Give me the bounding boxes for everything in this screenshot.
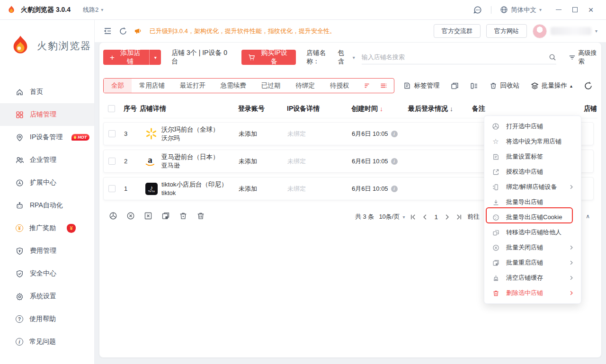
maximize-button[interactable] [568, 3, 581, 17]
collapse-caret-icon[interactable]: ∧ [586, 213, 590, 220]
col-last-login[interactable]: 最后登录情况↓ [408, 99, 453, 118]
list-settings-icon[interactable] [378, 82, 394, 89]
created-time: 6月6日 10:05i [352, 150, 398, 172]
menu-item-batch-export[interactable]: 批量导出店铺 [484, 195, 581, 210]
tab-all[interactable]: 全部 [104, 79, 132, 93]
menu-item-open-selected[interactable]: 打开选中店铺 [484, 119, 581, 134]
info-icon[interactable]: i [391, 158, 398, 165]
menu-item-bind-unbind-device[interactable]: 绑定/解绑店铺设备 [484, 179, 581, 195]
last-page-button[interactable] [455, 213, 463, 221]
language-label: 简体中文 [511, 6, 536, 14]
menu-item-authorize-selected[interactable]: 授权选中店铺 [484, 164, 581, 179]
chevron-right-icon [568, 259, 575, 266]
minimize-button[interactable] [552, 3, 565, 17]
sidebar-item-ip-devices[interactable]: IP设备管理 HOT [0, 126, 94, 149]
download-icon [492, 198, 499, 206]
sidebar-item-enterprise[interactable]: 企业管理 [0, 149, 94, 171]
row-no: 2 [124, 150, 127, 172]
sidebar-item-promotion[interactable]: ¥ 推广奖励 ¥ [0, 217, 94, 240]
add-store-dropdown-button[interactable]: ▾ [149, 50, 161, 65]
add-store-button[interactable]: + 添加店铺 [103, 50, 149, 65]
sidebar-item-extensions[interactable]: 扩展中心 [0, 171, 94, 194]
tab-unauthorized[interactable]: 待授权 [322, 79, 357, 93]
menu-item-batch-close[interactable]: 批量关闭店铺 [484, 240, 581, 255]
sidebar-item-help[interactable]: ? 使用帮助 [0, 308, 94, 330]
close-button[interactable]: × [584, 3, 597, 17]
avatar [533, 24, 547, 38]
sidebar-item-settings[interactable]: 系统设置 [0, 285, 94, 308]
close-stores-icon[interactable] [125, 211, 136, 221]
match-mode-select[interactable]: 包含 ▾ [338, 49, 355, 66]
account-menu[interactable]: ▾ [533, 24, 597, 38]
search-icon[interactable] [549, 53, 556, 61]
flame-icon [73, 135, 77, 140]
row-checkbox[interactable] [108, 185, 116, 192]
page-size-value: 10条/页 [379, 213, 400, 221]
recycle-bin-button[interactable]: 回收站 [490, 81, 519, 90]
menu-item-transfer-stores[interactable]: 转移选中店铺给他人 [484, 225, 581, 240]
tab-frequent[interactable]: 常用店铺 [132, 79, 172, 93]
menu-item-set-frequent[interactable]: ☆ 将选中设为常用店铺 [484, 134, 581, 149]
row-no: 3 [124, 123, 127, 145]
select-all-checkbox[interactable] [108, 105, 115, 112]
sidebar-item-store-management[interactable]: 店铺管理 [0, 103, 94, 126]
recycle-icon[interactable] [178, 211, 188, 221]
menu-item-batch-restart[interactable]: 批量重启店铺 [484, 255, 581, 270]
advanced-search-button[interactable]: 高级搜索 [569, 49, 601, 66]
sidebar-item-label: 费用管理 [30, 247, 56, 255]
list-view-button[interactable] [470, 82, 478, 90]
info-icon[interactable]: i [391, 186, 398, 192]
official-community-button[interactable]: 官方交流群 [434, 24, 481, 38]
open-stores-icon[interactable] [108, 211, 118, 221]
tag-manage-button[interactable]: 标签管理 [403, 81, 439, 90]
sidebar-item-security[interactable]: 安全中心 [0, 262, 94, 285]
row-checkbox[interactable] [108, 130, 116, 137]
sidebar-item-label: 安全中心 [30, 269, 56, 278]
list-columns-icon [470, 82, 478, 90]
sidebar-item-label: 推广奖励 [29, 224, 56, 232]
collapse-sidebar-icon[interactable] [103, 27, 112, 36]
batch-operations-button[interactable]: 批量操作 ▴ [531, 81, 572, 90]
sidebar-item-faq[interactable]: i 常见问题 [0, 330, 94, 353]
store-search-input[interactable] [362, 53, 549, 61]
tab-unbound[interactable]: 待绑定 [288, 79, 323, 93]
tab-expired[interactable]: 已过期 [254, 79, 288, 93]
page-size-select[interactable]: 10条/页 ▾ [379, 213, 405, 221]
sidebar-item-rpa[interactable]: RPA自动化 [0, 194, 94, 217]
tab-renewal-needed[interactable]: 急需续费 [213, 79, 254, 93]
trash-icon[interactable] [196, 211, 206, 221]
buy-ip-button[interactable]: 购买IP设备 [241, 50, 296, 65]
line-label: 线路2 [83, 6, 98, 14]
next-page-button[interactable] [444, 213, 451, 221]
current-page[interactable]: 1 [433, 213, 439, 221]
window-view-button[interactable] [451, 82, 459, 90]
login-account: 未添加 [239, 178, 257, 200]
menu-item-delete-selected[interactable]: 删除选中店铺 [484, 285, 581, 301]
store-stats: 店铺 3个 | IP设备 0台 [171, 49, 231, 66]
people-icon [16, 156, 24, 164]
col-created[interactable]: 创建时间↓ [351, 99, 383, 118]
app-title: 火豹浏览器 3.0.4 [21, 6, 71, 14]
tab-recent[interactable]: 最近打开 [172, 79, 213, 93]
info-icon[interactable]: i [391, 131, 398, 137]
line-selector[interactable]: 线路2 ▾ [83, 6, 103, 14]
row-checkbox[interactable] [108, 158, 116, 165]
language-selector[interactable]: 简体中文 ▾ [500, 6, 542, 14]
refresh-icon[interactable] [119, 27, 127, 36]
prev-page-button[interactable] [421, 213, 428, 221]
refresh-list-button[interactable] [584, 81, 593, 90]
sidebar-item-home[interactable]: 首页 [0, 80, 94, 103]
sort-lines-icon[interactable] [357, 82, 378, 89]
menu-item-clear-cache[interactable]: 清空店铺缓存 [484, 270, 581, 285]
gear-icon [16, 293, 24, 301]
menu-item-batch-set-tags[interactable]: 批量设置标签 [484, 149, 581, 164]
restart-stores-icon[interactable] [160, 211, 171, 221]
first-page-button[interactable] [410, 213, 417, 221]
support-chat-icon[interactable] [473, 5, 482, 15]
trash-icon [492, 289, 499, 297]
cookie-icon [492, 213, 499, 221]
close-all-icon[interactable] [143, 211, 153, 221]
official-website-button[interactable]: 官方网站 [486, 24, 527, 38]
menu-item-export-cookies[interactable]: 批量导出店铺Cookie [484, 210, 581, 225]
sidebar-item-billing[interactable]: 费用管理 [0, 240, 94, 262]
